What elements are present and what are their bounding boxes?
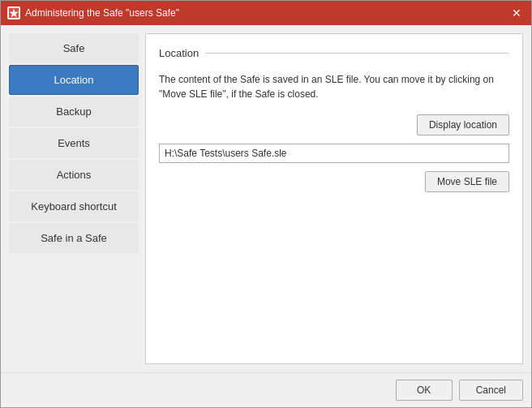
file-path-input[interactable] <box>159 144 509 163</box>
footer: OK Cancel <box>1 372 531 407</box>
main-window: ★ Administering the Safe "users Safe" ✕ … <box>0 0 532 408</box>
close-button[interactable]: ✕ <box>508 5 525 21</box>
cancel-button[interactable]: Cancel <box>459 380 523 401</box>
move-sle-row: Move SLE file <box>159 171 509 192</box>
description-text: The content of the Safe is saved in an S… <box>159 72 509 101</box>
section-divider <box>205 53 509 54</box>
app-icon: ★ <box>7 6 20 19</box>
sidebar-item-safe-in-a-safe[interactable]: Safe in a Safe <box>9 223 139 253</box>
sidebar-item-keyboard-shortcut[interactable]: Keyboard shortcut <box>9 191 139 221</box>
section-header: Location <box>159 47 509 59</box>
sidebar-item-backup[interactable]: Backup <box>9 97 139 127</box>
window-body: Safe Location Backup Events Actions Keyb… <box>1 25 531 372</box>
display-location-row: Display location <box>159 114 509 135</box>
sidebar-item-actions[interactable]: Actions <box>9 160 139 190</box>
ok-button[interactable]: OK <box>396 380 453 401</box>
sidebar: Safe Location Backup Events Actions Keyb… <box>9 33 139 364</box>
window-title: Administering the Safe "users Safe" <box>25 7 508 19</box>
sidebar-item-location[interactable]: Location <box>9 65 139 95</box>
section-title: Location <box>159 47 199 59</box>
display-location-button[interactable]: Display location <box>417 114 509 135</box>
sidebar-item-events[interactable]: Events <box>9 128 139 158</box>
title-bar: ★ Administering the Safe "users Safe" ✕ <box>1 1 531 25</box>
sidebar-item-safe[interactable]: Safe <box>9 33 139 63</box>
main-content-panel: Location The content of the Safe is save… <box>145 33 523 364</box>
move-sle-button[interactable]: Move SLE file <box>425 171 509 192</box>
